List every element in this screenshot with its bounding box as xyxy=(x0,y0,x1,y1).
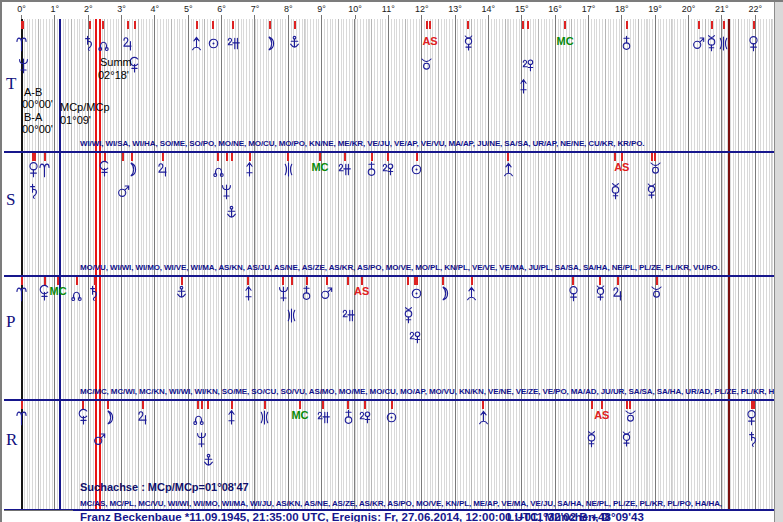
kronos-glyph[interactable] xyxy=(225,205,238,222)
position-tick xyxy=(626,401,628,409)
uranus-glyph[interactable] xyxy=(300,285,313,302)
poseidon-glyph[interactable] xyxy=(258,409,271,426)
mercury-glyph[interactable] xyxy=(402,307,415,324)
cupido-glyph[interactable] xyxy=(522,57,535,74)
vulkanus-glyph[interactable] xyxy=(243,161,256,178)
midheaven-label[interactable]: MC xyxy=(557,35,574,47)
pluto-glyph[interactable] xyxy=(624,409,637,426)
saturn-glyph[interactable] xyxy=(83,35,96,52)
sun-glyph[interactable] xyxy=(410,285,423,302)
neptune-glyph[interactable] xyxy=(195,431,208,448)
admetos-glyph[interactable] xyxy=(594,285,607,302)
venus-glyph[interactable] xyxy=(747,35,760,52)
jupiter-glyph[interactable] xyxy=(157,161,170,178)
neptune-glyph[interactable] xyxy=(277,285,290,302)
sun-glyph[interactable] xyxy=(410,161,423,178)
hades-glyph[interactable] xyxy=(98,161,111,178)
moon-glyph[interactable] xyxy=(437,285,450,302)
kronos-glyph[interactable] xyxy=(175,285,188,302)
midheaven-label[interactable]: MC xyxy=(291,409,308,421)
midheaven-label[interactable]: MC xyxy=(50,285,67,297)
position-tick xyxy=(698,21,700,29)
position-tick xyxy=(507,153,509,161)
apollon-glyph[interactable] xyxy=(338,161,351,178)
mars-glyph[interactable] xyxy=(93,431,106,448)
uranus-glyph[interactable] xyxy=(365,161,378,178)
ruler-degree-label: 9° xyxy=(317,4,326,14)
ruler-degree-label: 13° xyxy=(448,4,462,14)
cupido-glyph[interactable] xyxy=(359,409,372,426)
mars-glyph[interactable] xyxy=(117,183,130,200)
neptune-glyph[interactable] xyxy=(17,57,30,74)
aries-glyph[interactable] xyxy=(15,285,28,302)
ruler-tick xyxy=(755,15,756,19)
aries-glyph[interactable] xyxy=(38,161,51,178)
mercury-glyph[interactable] xyxy=(585,431,598,448)
midheaven-label[interactable]: MC xyxy=(311,161,328,173)
pluto-glyph[interactable] xyxy=(649,161,662,178)
hades-glyph[interactable] xyxy=(77,409,90,426)
moon-glyph[interactable] xyxy=(263,35,276,52)
position-tick xyxy=(231,153,233,161)
position-tick xyxy=(482,401,484,409)
node-glyph[interactable] xyxy=(212,161,225,178)
saturn-glyph[interactable] xyxy=(88,285,101,302)
saturn-glyph[interactable] xyxy=(747,431,760,448)
ascendant-label[interactable]: AS xyxy=(354,285,369,297)
kronos-glyph[interactable] xyxy=(288,35,301,52)
mars-glyph[interactable] xyxy=(692,35,705,52)
position-tick xyxy=(617,277,619,285)
zeus-glyph[interactable] xyxy=(190,35,203,52)
mercury-glyph[interactable] xyxy=(609,183,622,200)
ruler-tick xyxy=(521,15,522,19)
node-glyph[interactable] xyxy=(192,409,205,426)
apollon-glyph[interactable] xyxy=(342,307,355,324)
position-tick xyxy=(371,153,373,161)
ruler-tick xyxy=(188,15,189,19)
zeus-glyph[interactable] xyxy=(502,161,515,178)
admetos-glyph[interactable] xyxy=(645,183,658,200)
position-tick xyxy=(629,401,631,409)
mcp-axis-line[interactable] xyxy=(59,19,61,509)
venus-glyph[interactable] xyxy=(745,409,758,426)
poseidon-glyph[interactable] xyxy=(717,35,730,52)
zeus-glyph[interactable] xyxy=(477,409,490,426)
poseidon-glyph[interactable] xyxy=(285,307,298,324)
node-glyph[interactable] xyxy=(70,285,83,302)
vulkanus-glyph[interactable] xyxy=(225,409,238,426)
moon-glyph[interactable] xyxy=(125,161,138,178)
sun-glyph[interactable] xyxy=(385,409,398,426)
moon-glyph[interactable] xyxy=(102,409,115,426)
apollon-glyph[interactable] xyxy=(227,35,240,52)
pluto-glyph[interactable] xyxy=(420,57,433,74)
node-glyph[interactable] xyxy=(97,35,110,52)
jupiter-glyph[interactable] xyxy=(612,285,625,302)
jupiter-glyph[interactable] xyxy=(137,409,150,426)
cupido-glyph[interactable] xyxy=(409,329,422,346)
dial-row-progression[interactable] xyxy=(21,277,777,399)
vulkanus-glyph[interactable] xyxy=(517,78,530,95)
sun-glyph[interactable] xyxy=(207,35,220,52)
apollon-glyph[interactable] xyxy=(317,409,330,426)
admetos-glyph[interactable] xyxy=(462,35,475,52)
poseidon-glyph[interactable] xyxy=(282,161,295,178)
admetos-glyph[interactable] xyxy=(620,431,633,448)
ascendant-label[interactable]: AS xyxy=(422,35,437,47)
pluto-glyph[interactable] xyxy=(650,285,663,302)
venus-glyph[interactable] xyxy=(567,285,580,302)
ascendant-label[interactable]: AS xyxy=(614,161,629,173)
cupido-glyph[interactable] xyxy=(382,161,395,178)
aries-glyph[interactable] xyxy=(15,409,28,426)
uranus-glyph[interactable] xyxy=(620,35,633,52)
neptune-glyph[interactable] xyxy=(220,183,233,200)
jupiter-glyph[interactable] xyxy=(122,35,135,52)
zeus-glyph[interactable] xyxy=(465,285,478,302)
kronos-glyph[interactable] xyxy=(202,453,215,470)
ruler-degree-label: 5° xyxy=(184,4,193,14)
ascendant-label[interactable]: AS xyxy=(594,409,609,421)
mars-glyph[interactable] xyxy=(320,285,333,302)
vulkanus-glyph[interactable] xyxy=(242,285,255,302)
aries-glyph[interactable] xyxy=(15,35,28,52)
saturn-glyph[interactable] xyxy=(28,183,41,200)
uranus-glyph[interactable] xyxy=(342,409,355,426)
